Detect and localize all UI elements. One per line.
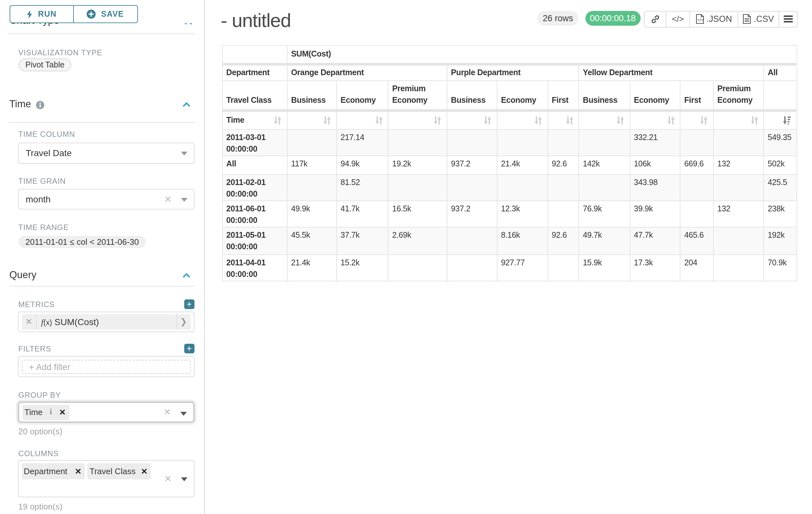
svg-text:</>: </> <box>697 18 703 23</box>
